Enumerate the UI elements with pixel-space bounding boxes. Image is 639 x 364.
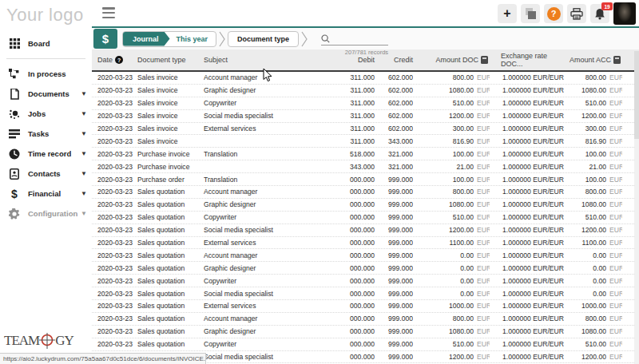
table-row[interactable]: 2020-03-23Sales quotationGraphic designe… (92, 262, 639, 275)
cell-currency: EUR (474, 99, 490, 107)
table-row[interactable]: 2020-03-23Sales quotationExternal servic… (92, 237, 639, 250)
table-row[interactable]: 2020-03-23Sales quotationAccount manager… (92, 249, 639, 262)
col-document-type[interactable]: Document type (137, 56, 204, 64)
sidebar-item-contacts[interactable]: Contacts ▼ (0, 164, 92, 184)
cell-amount-acc: 800.00 (566, 188, 606, 196)
cell-date: 2020-03-23 (97, 264, 137, 272)
cell-currency: EUR (474, 251, 490, 259)
scrollbar[interactable] (634, 51, 639, 364)
sidebar-item-board[interactable]: Board (0, 34, 92, 53)
help-button[interactable]: ? (544, 4, 563, 23)
cell-amount-doc: 510.00 (413, 213, 474, 221)
table-row[interactable]: 2020-03-23Sales quotationAccount manager… (92, 313, 639, 326)
cell-currency: EUR (474, 327, 490, 335)
col-subject[interactable]: Subject (204, 56, 336, 64)
cell-credit: 321.000 (375, 150, 413, 158)
search-input[interactable] (321, 33, 388, 46)
avatar[interactable] (613, 2, 636, 25)
cell-amount-acc: 800.00 (566, 73, 606, 81)
sidebar-item-time-record[interactable]: Time record ▼ (0, 144, 92, 164)
table-row[interactable]: 2020-03-23Sales invoiceSocial media spec… (92, 110, 639, 123)
cell-subject: Copywriter (204, 213, 336, 221)
copy-button[interactable] (521, 4, 540, 23)
table-row[interactable]: 2020-03-23Sales quotationSocial media sp… (92, 287, 639, 300)
cell-amount-acc: 816.90 (566, 137, 606, 145)
print-button[interactable] (567, 4, 586, 23)
table-row[interactable]: 2020-03-23Sales quotationAccount manager… (92, 186, 639, 199)
cell-credit: 999.000 (375, 315, 413, 322)
col-debit[interactable]: Debit (336, 56, 375, 64)
calculator-icon[interactable] (481, 56, 488, 64)
notifications-button[interactable]: 19 (590, 4, 609, 23)
cell-currency: EUR (606, 200, 622, 208)
cell-currency: EUR (606, 137, 622, 145)
cell-currency: EUR (474, 200, 490, 208)
help-icon: ? (547, 7, 561, 21)
table-row[interactable]: 2020-03-23Sales quotationSocial media sp… (92, 224, 639, 237)
cell-document-type: Sales invoice (137, 137, 204, 145)
cell-exchange-rate: 1.000000 EUR/EUR (490, 73, 566, 81)
table-row[interactable]: 2020-03-23Sales quotationCopywriter000.0… (92, 212, 639, 224)
sidebar-item-documents[interactable]: Documents ▼ (0, 84, 92, 104)
chevron-down-icon: ▼ (81, 210, 87, 217)
sidebar-item-financial[interactable]: $ Financial ▼ (0, 184, 92, 204)
col-date[interactable]: Date ? (97, 56, 137, 64)
table-row[interactable]: 2020-03-23Purchase orderTranslation000.0… (92, 173, 639, 186)
cell-currency: EUR (474, 73, 490, 81)
cell-subject: Social media specialist (204, 112, 336, 120)
cell-exchange-rate: 1.000000 EUR/EUR (490, 239, 566, 247)
table-row[interactable]: 2020-03-23Sales invoiceGraphic designer3… (92, 85, 639, 97)
cell-amount-doc: 21.00 (413, 163, 474, 171)
table-row[interactable]: 2020-03-23Sales quotationGraphic designe… (92, 199, 639, 212)
breadcrumb-journal[interactable]: Journal (123, 32, 170, 46)
financial-module-icon[interactable]: $ (93, 29, 117, 49)
table-row[interactable]: 2020-03-23Sales quotationExternal servic… (92, 300, 639, 313)
table-row[interactable]: 2020-03-23Purchase invoiceTranslation518… (92, 148, 639, 160)
cell-debit: 000.000 (336, 226, 375, 234)
cell-date: 2020-03-23 (97, 188, 137, 196)
scrollbar-thumb[interactable] (634, 51, 639, 139)
table-row[interactable]: 2020-03-23Sales invoice311.000343.000816… (92, 135, 639, 148)
calculator-icon[interactable] (613, 56, 621, 64)
sidebar-item-jobs[interactable]: Jobs ▼ (0, 104, 92, 124)
table-row[interactable]: 2020-03-23Purchase invoice343.000321.000… (92, 160, 639, 173)
col-credit[interactable]: Credit (375, 56, 413, 64)
chevron-down-icon: ▼ (81, 170, 87, 177)
table-row[interactable]: 2020-03-23Sales quotationCopywriter000.0… (92, 275, 639, 287)
sidebar-item-in-process[interactable]: In process (0, 64, 92, 84)
col-exchange-rate[interactable]: Exchange rate DOC... (490, 52, 566, 68)
menu-icon[interactable] (102, 7, 115, 18)
cell-amount-acc: 510.00 (566, 213, 606, 221)
cell-credit: 999.000 (375, 290, 413, 298)
add-button[interactable]: + (498, 4, 517, 23)
cell-currency: EUR (474, 176, 490, 184)
help-circle-icon[interactable]: ? (115, 56, 123, 64)
breadcrumb-document-type[interactable]: Document type (228, 31, 299, 47)
cell-date: 2020-03-23 (97, 327, 137, 335)
table-row[interactable]: 2020-03-23Sales invoiceCopywriter311.000… (92, 97, 639, 110)
table-row[interactable]: 2020-03-23Sales invoiceExternal services… (92, 123, 639, 136)
cell-document-type: Sales invoice (137, 86, 204, 94)
col-amount-acc[interactable]: Amount ACC (566, 56, 622, 64)
cell-credit: 999.000 (375, 176, 413, 184)
cell-date: 2020-03-23 (97, 137, 137, 145)
sidebar-item-tasks[interactable]: Tasks ▼ (0, 124, 92, 144)
table-row[interactable]: 2020-03-23Sales quotationCopywriter000.0… (92, 338, 639, 351)
col-amount-doc[interactable]: Amount DOC (413, 56, 490, 64)
cell-date: 2020-03-23 (97, 290, 137, 298)
cell-debit: 311.000 (336, 73, 375, 81)
cell-currency: EUR (474, 125, 490, 133)
table-row[interactable]: 2020-03-23Sales quotationGraphic designe… (92, 326, 639, 338)
cell-document-type: Sales quotation (137, 290, 204, 298)
sidebar-item-configuration[interactable]: Configuration ▼ (0, 204, 92, 224)
cell-date: 2020-03-23 (97, 150, 137, 158)
table-row[interactable]: 2020-03-23Sales invoiceAccount manager31… (92, 72, 639, 85)
cell-amount-doc: 0.00 (413, 290, 474, 298)
cell-date: 2020-03-23 (97, 125, 137, 133)
cell-amount-acc: 510.00 (566, 340, 606, 348)
cell-debit: 311.000 (336, 125, 375, 133)
cell-debit: 000.000 (336, 353, 375, 361)
cell-document-type: Purchase invoice (137, 150, 204, 158)
cell-document-type: Sales quotation (137, 302, 204, 310)
breadcrumb-this-year[interactable]: This year (170, 35, 216, 43)
